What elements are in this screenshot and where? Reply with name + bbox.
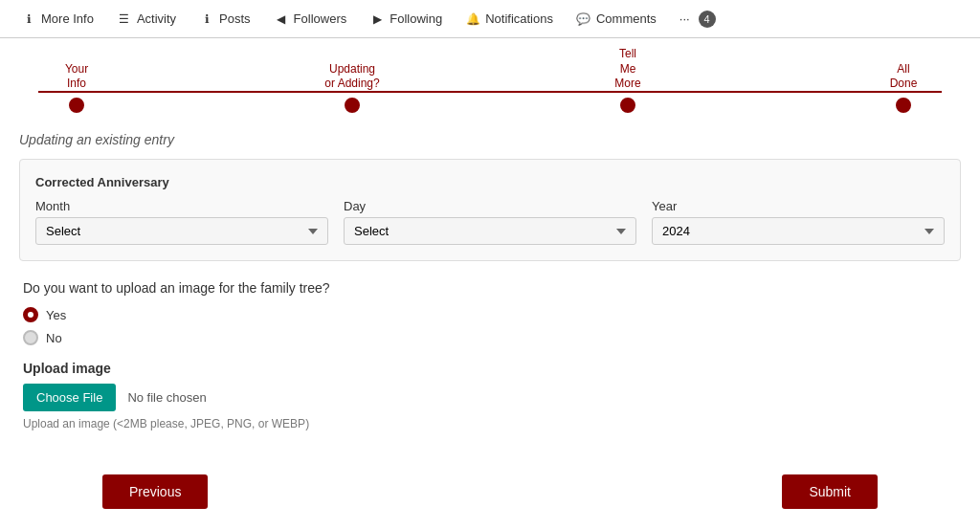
- nav-more-info[interactable]: ℹ More Info: [10, 0, 105, 37]
- year-label: Year: [652, 199, 945, 213]
- month-select[interactable]: Select JanuaryFebruaryMarch AprilMayJune…: [35, 217, 328, 245]
- year-select[interactable]: 2024 2023 2022 2021 2020: [652, 217, 945, 245]
- upload-question: Do you want to upload an image for the f…: [23, 280, 957, 296]
- radio-yes-label[interactable]: Yes: [23, 307, 957, 322]
- step-tell-me-more: TellMeMore: [590, 57, 666, 113]
- main-content: Updating an existing entry Corrected Ann…: [0, 122, 980, 440]
- form-card: Corrected Anniversary Month Select Janua…: [19, 159, 961, 261]
- upload-section: Do you want to upload an image for the f…: [19, 280, 961, 430]
- step-all-done-label: AllDone: [890, 57, 918, 92]
- year-group: Year 2024 2023 2022 2021 2020: [652, 199, 945, 245]
- step-updating-adding-dot: [345, 98, 360, 113]
- nav-following[interactable]: ▶ Following: [358, 0, 454, 37]
- day-label: Day: [344, 199, 636, 213]
- submit-button[interactable]: Submit: [782, 474, 878, 509]
- day-group: Day Select 1234 5678 9101520 2531: [344, 199, 636, 245]
- step-your-info-dot: [69, 98, 84, 113]
- comments-icon: 💬: [576, 11, 591, 27]
- choose-file-button[interactable]: Choose File: [23, 384, 116, 411]
- nav-posts-label: Posts: [219, 11, 251, 26]
- nav-comments[interactable]: 💬 Comments: [565, 0, 668, 37]
- month-label: Month: [35, 199, 328, 213]
- stepper-steps: YourInfo Updatingor Adding? TellMeMore A…: [38, 57, 942, 113]
- activity-icon: ☰: [117, 11, 132, 27]
- form-card-title: Corrected Anniversary: [35, 175, 945, 189]
- followers-icon: ◀: [274, 11, 289, 27]
- nav-activity-label: Activity: [137, 11, 176, 26]
- nav-notifications[interactable]: 🔔 Notifications: [454, 0, 565, 37]
- bottom-bar: Previous Submit: [0, 459, 980, 524]
- step-tell-me-more-dot: [620, 98, 635, 113]
- radio-yes-button[interactable]: [23, 307, 38, 322]
- nav-following-label: Following: [390, 11, 442, 26]
- file-name-text: No file chosen: [127, 390, 206, 405]
- upload-label-title: Upload image: [23, 361, 957, 376]
- step-tell-me-more-label: TellMeMore: [614, 57, 640, 92]
- top-navigation: ℹ More Info ☰ Activity ℹ Posts ◀ Followe…: [0, 0, 980, 38]
- bell-icon: 🔔: [465, 11, 480, 27]
- step-updating-adding: Updatingor Adding?: [314, 57, 390, 113]
- radio-no-button[interactable]: [23, 330, 38, 345]
- nav-followers[interactable]: ◀ Followers: [262, 0, 359, 37]
- section-title: Updating an existing entry: [19, 132, 961, 147]
- nav-more-dots: ···: [679, 11, 690, 26]
- step-updating-adding-label: Updatingor Adding?: [324, 57, 379, 92]
- info-icon: ℹ: [21, 11, 36, 27]
- step-your-info-label: YourInfo: [65, 57, 88, 92]
- radio-yes-text: Yes: [46, 308, 66, 322]
- nav-followers-label: Followers: [294, 11, 347, 26]
- upload-hint: Upload an image (<2MB please, JPEG, PNG,…: [23, 417, 957, 430]
- date-row: Month Select JanuaryFebruaryMarch AprilM…: [35, 199, 945, 245]
- nav-notifications-label: Notifications: [485, 11, 553, 26]
- step-all-done: AllDone: [865, 57, 942, 113]
- previous-button[interactable]: Previous: [102, 474, 208, 509]
- nav-more-info-label: More Info: [41, 11, 94, 26]
- nav-activity[interactable]: ☰ Activity: [105, 0, 188, 37]
- nav-more[interactable]: ··· 4: [668, 0, 727, 37]
- posts-icon: ℹ: [199, 11, 214, 27]
- file-input-row: Choose File No file chosen: [23, 384, 957, 411]
- nav-posts[interactable]: ℹ Posts: [188, 0, 262, 37]
- nav-comments-label: Comments: [596, 11, 657, 26]
- radio-no-text: No: [46, 331, 62, 345]
- step-your-info: YourInfo: [38, 57, 115, 113]
- following-icon: ▶: [369, 11, 385, 27]
- nav-more-badge: 4: [699, 11, 716, 28]
- radio-group: Yes No: [23, 307, 957, 345]
- radio-no-label[interactable]: No: [23, 330, 957, 345]
- step-all-done-dot: [896, 98, 911, 113]
- day-select[interactable]: Select 1234 5678 9101520 2531: [344, 217, 636, 245]
- stepper: YourInfo Updatingor Adding? TellMeMore A…: [0, 38, 980, 122]
- month-group: Month Select JanuaryFebruaryMarch AprilM…: [35, 199, 328, 245]
